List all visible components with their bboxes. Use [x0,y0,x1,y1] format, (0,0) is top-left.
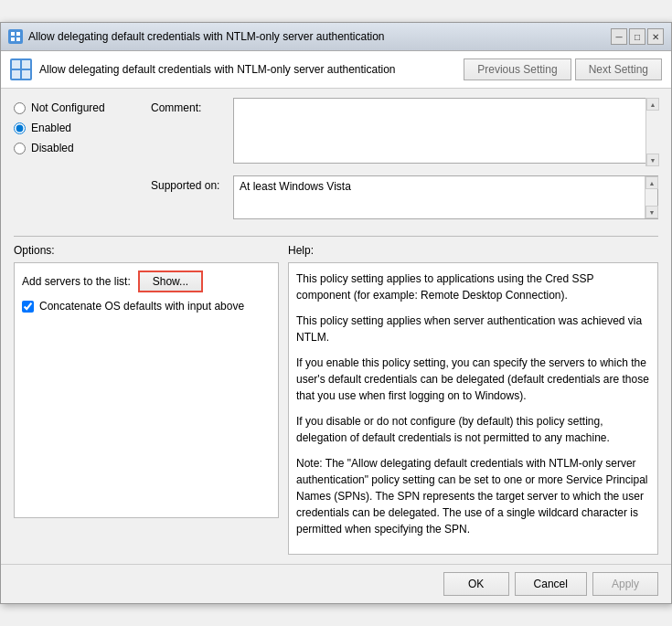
top-section: Not Configured Enabled Disabled Comment: [14,98,658,228]
supported-scroll-down[interactable]: ▼ [645,206,658,218]
supported-value: At least Windows Vista [240,180,351,193]
comment-textarea[interactable] [233,98,658,164]
options-label: Options: [14,244,279,257]
right-panel: Comment: ▲ ▼ Supported on: [151,98,658,228]
radio-group: Not Configured Enabled Disabled [14,101,142,154]
maximize-button[interactable]: □ [629,28,645,45]
comment-field-content: ▲ ▼ [233,98,658,166]
svg-rect-1 [16,32,20,36]
header-band: Allow delegating default credentials wit… [1,51,671,89]
bottom-bar: OK Cancel Apply [1,564,671,603]
svg-rect-5 [22,60,30,69]
radio-disabled-label: Disabled [31,142,74,154]
minimize-button[interactable]: ─ [611,28,627,45]
radio-not-configured[interactable]: Not Configured [14,101,142,114]
svg-rect-2 [11,37,15,41]
main-window: Allow delegating default credentials wit… [0,22,672,604]
comment-scrollbar: ▲ ▼ [645,98,658,166]
help-label: Help: [288,244,658,257]
radio-enabled-input[interactable] [14,122,26,134]
concatenate-label: Concatenate OS defaults with input above [39,300,244,313]
comment-field-row: Comment: ▲ ▼ [151,98,658,166]
comment-label: Comment: [151,98,233,114]
radio-enabled-label: Enabled [31,122,71,134]
svg-rect-3 [16,37,20,41]
title-controls: ─ □ ✕ [611,28,664,45]
help-para-2: This policy setting applies when server … [296,313,650,345]
title-bar: Allow delegating default credentials wit… [1,23,671,51]
header-icon [10,58,32,80]
apply-button[interactable]: Apply [592,572,658,596]
header-buttons: Previous Setting Next Setting [464,58,662,80]
left-panel: Not Configured Enabled Disabled [14,98,142,228]
radio-enabled[interactable]: Enabled [14,122,142,134]
options-help-labels: Options: Help: [14,244,658,262]
window-icon [8,29,23,44]
svg-rect-4 [12,60,20,69]
cancel-button[interactable]: Cancel [515,572,587,596]
add-servers-row: Add servers to the list: Show... [22,271,271,292]
help-panel: This policy setting applies to applicati… [288,262,658,555]
help-para-1: This policy setting applies to applicati… [296,271,650,303]
previous-setting-button[interactable]: Previous Setting [464,58,571,80]
help-para-4: If you disable or do not configure (by d… [296,413,650,446]
supported-field-content: At least Windows Vista ▲ ▼ [233,175,658,219]
radio-disabled[interactable]: Disabled [14,142,142,154]
options-box: Add servers to the list: Show... Concate… [14,262,279,518]
scroll-down-arrow[interactable]: ▼ [646,154,659,166]
svg-rect-0 [11,32,15,36]
show-button[interactable]: Show... [138,271,203,292]
concatenate-checkbox-row[interactable]: Concatenate OS defaults with input above [22,300,271,313]
add-servers-label: Add servers to the list: [22,275,131,288]
supported-field-row: Supported on: At least Windows Vista ▲ ▼ [151,175,658,219]
options-help-panels: Add servers to the list: Show... Concate… [14,262,658,555]
supported-scrollbar: ▲ ▼ [645,176,657,218]
svg-rect-7 [22,70,30,79]
close-button[interactable]: ✕ [647,28,664,45]
supported-label: Supported on: [151,175,233,192]
svg-rect-6 [12,70,20,79]
scroll-up-arrow[interactable]: ▲ [646,98,659,111]
help-para-3: If you enable this policy setting, you c… [296,355,650,404]
radio-disabled-input[interactable] [14,143,26,154]
main-content: Not Configured Enabled Disabled Comment: [1,89,671,564]
header-title: Allow delegating default credentials wit… [39,63,396,76]
help-para-5: Note: The "Allow delegating default cred… [296,455,650,537]
next-setting-button[interactable]: Next Setting [575,58,662,80]
concatenate-checkbox[interactable] [22,301,34,313]
section-divider [14,236,658,237]
options-panel: Add servers to the list: Show... Concate… [14,262,288,555]
radio-not-configured-input[interactable] [14,102,26,114]
title-bar-left: Allow delegating default credentials wit… [8,29,385,44]
supported-scroll-up[interactable]: ▲ [645,176,658,189]
header-left: Allow delegating default credentials wit… [10,58,396,80]
ok-button[interactable]: OK [443,572,509,596]
window-title: Allow delegating default credentials wit… [28,30,385,43]
radio-not-configured-label: Not Configured [31,101,105,114]
